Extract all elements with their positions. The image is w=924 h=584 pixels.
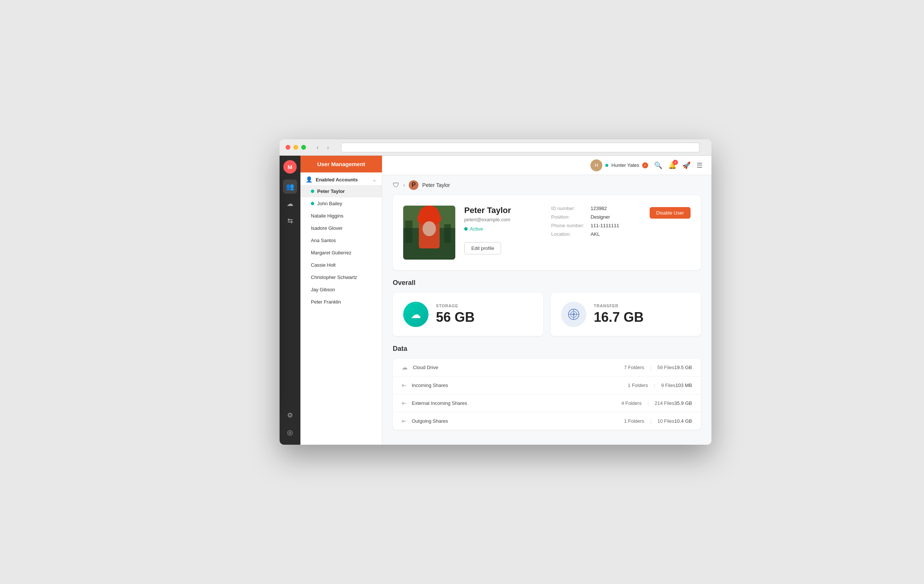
transfer-value: 16.7 GB <box>594 309 644 325</box>
table-row: ⇤ External Incoming Shares 4 Folders | 2… <box>393 394 701 412</box>
sidebar-item-settings[interactable]: ⚙ <box>283 408 297 422</box>
online-dot <box>311 202 314 205</box>
profile-info: Peter Taylor petert@example.com Active E… <box>464 205 543 255</box>
incoming-shares-icon: ⇤ <box>402 382 406 389</box>
online-dot <box>311 190 314 193</box>
row-size: 19.5 GB <box>674 365 692 370</box>
user-sidebar: User Management 👤 Enabled Accounts ⌄ Pet… <box>300 156 382 445</box>
status-label: Active <box>470 226 483 232</box>
maximize-button[interactable] <box>301 145 306 150</box>
id-value: 123982 <box>591 205 607 211</box>
row-folders: 7 Folders <box>624 365 644 370</box>
overall-title: Overall <box>393 279 701 287</box>
notif-badge: 🔔4 <box>668 161 676 169</box>
phone-label: Phone number: <box>551 223 589 228</box>
user-list-item[interactable]: Christopher Schwartz <box>300 271 382 283</box>
user-name: Margaret Gutierrez <box>311 250 351 255</box>
user-name: Jay Gibson <box>311 287 335 292</box>
external-shares-icon: ⇤ <box>402 400 406 407</box>
storage-card: ☁ STORAGE 56 GB <box>393 293 543 336</box>
app-layout: M 👥 ☁ ⇆ ⚙ ◎ User Management 👤 Enabled Ac… <box>280 156 711 445</box>
meta-location: Location: AKL <box>551 231 641 237</box>
user-name: Cassie Holt <box>311 262 335 268</box>
table-row: ⇤ Outgoing Shares 1 Folders | 10 Files 1… <box>393 412 701 430</box>
svg-rect-11 <box>405 220 412 243</box>
user-list-item[interactable]: Peter Franklin <box>300 296 382 308</box>
section-title: Enabled Accounts <box>316 177 358 182</box>
table-row: ⇤ Incoming Shares 1 Folders | 9 Files 10… <box>393 377 701 394</box>
user-list-item[interactable]: Margaret Gutierrez <box>300 247 382 259</box>
user-avatar: H <box>591 159 602 171</box>
sidebar-item-profile[interactable]: ◎ <box>283 425 297 440</box>
row-size: 103 MB <box>675 382 692 388</box>
sidebar-item-files[interactable]: ⇆ <box>283 214 297 228</box>
stats-row: ☁ STORAGE 56 GB <box>393 293 701 336</box>
icon-sidebar: M 👥 ☁ ⇆ ⚙ ◎ <box>280 156 300 445</box>
user-list-item[interactable]: Isadore Glover <box>300 222 382 234</box>
row-files: 59 Files <box>657 365 675 370</box>
separator: | <box>654 382 655 388</box>
user-list-item[interactable]: Natalie Higgins <box>300 210 382 222</box>
svg-point-10 <box>422 221 436 236</box>
sidebar-item-cloud[interactable]: ☁ <box>283 197 297 211</box>
transfer-icon <box>561 302 586 327</box>
storage-label: STORAGE <box>436 304 475 308</box>
position-label: Position: <box>551 214 589 220</box>
user-display-name: Hunter Yates <box>611 162 639 168</box>
nav-arrows: ‹ › <box>314 143 332 152</box>
user-list-item[interactable]: Jay Gibson <box>300 283 382 296</box>
back-arrow[interactable]: ‹ <box>314 143 322 152</box>
user-list-item[interactable]: Ana Santos <box>300 234 382 247</box>
section-label: 👤 Enabled Accounts <box>306 176 358 183</box>
user-list: Peter Taylor John Bailey Natalie Higgins… <box>300 185 382 308</box>
menu-icon[interactable]: ☰ <box>696 161 703 169</box>
row-size: 35.9 GB <box>674 400 692 406</box>
user-name: Natalie Higgins <box>311 213 343 218</box>
user-name: Peter Franklin <box>311 299 341 304</box>
disable-user-button[interactable]: Disable User <box>650 207 691 218</box>
user-list-item[interactable]: Cassie Holt <box>300 259 382 271</box>
accounts-icon: 👤 <box>306 176 313 183</box>
notif-count: 4 <box>673 160 678 165</box>
section-arrow[interactable]: ⌄ <box>372 177 377 182</box>
close-button[interactable] <box>285 145 290 150</box>
rocket-icon[interactable]: 🚀 <box>682 161 691 169</box>
user-list-item[interactable]: Peter Taylor <box>300 185 382 197</box>
phone-value: 111-1111111 <box>591 223 619 228</box>
sidebar-section: 👤 Enabled Accounts ⌄ <box>300 172 382 185</box>
user-list-item[interactable]: John Bailey <box>300 197 382 210</box>
address-bar[interactable] <box>341 143 700 152</box>
shield-icon: 🛡 <box>393 181 399 189</box>
separator: | <box>647 400 648 406</box>
forward-arrow[interactable]: › <box>324 143 332 152</box>
user-name: John Bailey <box>317 201 342 206</box>
topbar-user: H Hunter Yates ✓ <box>591 159 648 171</box>
row-name: Cloud Drive <box>413 365 624 370</box>
user-name: Christopher Schwartz <box>311 275 357 280</box>
meta-position: Position: Designer <box>551 214 641 220</box>
sidebar-bottom: ⚙ ◎ <box>283 408 297 445</box>
storage-info: STORAGE 56 GB <box>436 304 475 325</box>
row-files: 9 Files <box>661 382 675 388</box>
profile-name: Peter Taylor <box>464 205 543 215</box>
search-icon[interactable]: 🔍 <box>654 161 662 169</box>
breadcrumb: 🛡 › P Peter Taylor <box>382 175 711 195</box>
online-indicator <box>606 164 608 167</box>
transfer-label: TRANSFER <box>594 304 644 308</box>
notifications-icon[interactable]: 🔔4 <box>668 161 676 169</box>
minimize-button[interactable] <box>294 145 298 150</box>
row-name: Outgoing Shares <box>412 418 624 424</box>
data-table: ☁ Cloud Drive 7 Folders | 59 Files 19.5 … <box>393 359 701 430</box>
meta-phone: Phone number: 111-1111111 <box>551 223 641 228</box>
row-folders: 4 Folders <box>621 400 642 406</box>
edit-profile-button[interactable]: Edit profile <box>464 242 501 255</box>
svg-rect-12 <box>444 224 451 243</box>
separator: | <box>650 365 651 370</box>
profile-email: petert@example.com <box>464 217 543 222</box>
outgoing-shares-icon: ⇤ <box>402 417 406 425</box>
location-value: AKL <box>591 231 600 237</box>
main-content: H Hunter Yates ✓ 🔍 🔔4 🚀 ☰ 🛡 › P <box>382 156 711 445</box>
meta-id: ID number: 123982 <box>551 205 641 211</box>
sidebar-item-management[interactable]: 👥 <box>283 180 297 194</box>
id-label: ID number: <box>551 205 589 211</box>
